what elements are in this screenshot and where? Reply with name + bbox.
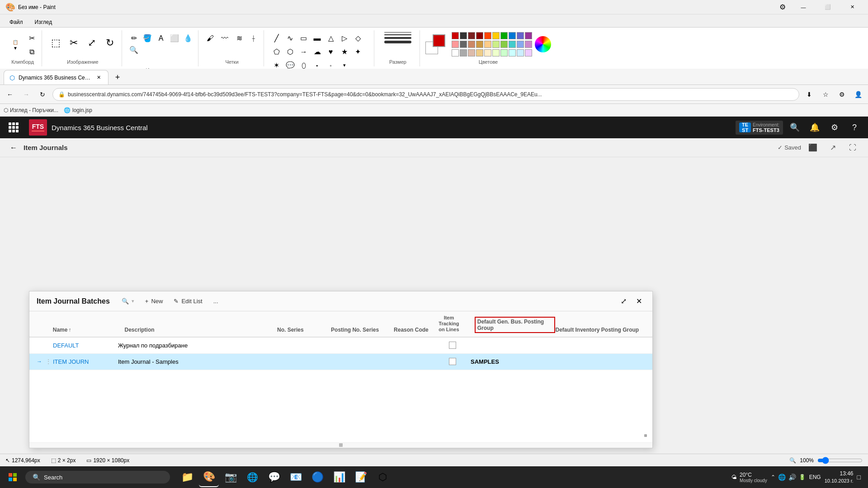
fav-item-2[interactable]: 🌐 login.jsp [64,107,92,113]
color-pale-purple[interactable] [525,49,532,56]
color-white[interactable] [452,49,459,56]
close-button[interactable]: ✕ [842,0,863,14]
resize-button[interactable]: ⤢ [84,32,100,54]
apps-grid-button[interactable] [5,119,22,136]
color-yellow-green[interactable] [500,41,508,48]
col-reason-header[interactable]: Reason Code [394,327,439,333]
copy-button[interactable]: ⧉ [25,46,38,58]
taskbar-app-explorer[interactable]: 📁 [177,467,197,487]
arrow-shape[interactable]: → [297,46,310,58]
color-light-purple[interactable] [525,41,532,48]
new-tab-button[interactable]: + [110,70,125,84]
select-button[interactable]: ⬚ [47,32,64,54]
tab-file[interactable]: Файл [4,17,29,27]
zoom-tool[interactable]: 🔍 [127,44,140,56]
brush-1[interactable]: 🖌 [204,32,217,45]
col-item-track-header[interactable]: ItemTrackingon Lines [439,315,474,333]
network-icon[interactable]: 🌐 [778,474,786,481]
tab-close-button[interactable]: ✕ [94,74,103,82]
color-pale-blue[interactable] [517,49,524,56]
brush-4[interactable]: ⟊ [247,32,260,45]
color-yellow[interactable] [492,32,500,39]
browser-settings-button[interactable]: ⚙ [835,88,848,101]
color-green[interactable] [500,32,508,39]
color-brown-light[interactable] [468,41,475,48]
color-red[interactable] [452,32,459,39]
star-shape[interactable]: ★ [338,46,351,58]
color-light-red[interactable] [452,41,459,48]
text-tool[interactable]: A [155,32,167,45]
heart-shape[interactable]: ♥ [325,46,337,58]
checkbox-item-track-2[interactable] [449,358,456,365]
color-dark[interactable] [460,32,467,39]
maximize-button[interactable]: ⬜ [817,0,838,14]
col-gen-bus-header[interactable]: Default Gen. Bus. Posting Group [475,317,556,333]
color-tan[interactable] [476,41,483,48]
edit-list-toolbar-button[interactable]: ✎ Edit List [169,296,207,306]
color-light-lime[interactable] [492,49,500,56]
rect-shape[interactable]: ▭ [297,32,310,45]
pencil-tool[interactable]: ✏ [127,32,140,45]
color-indigo[interactable] [517,32,524,39]
col-nos-header[interactable]: No. Series [277,327,331,333]
rect2-shape[interactable]: ▬ [311,32,324,45]
cut-button[interactable]: ✂ [25,32,38,45]
taskbar-app-edge[interactable]: 🌐 [242,467,262,487]
crop-button[interactable]: ✂ [66,32,82,54]
color-gray[interactable] [460,41,467,48]
close-dialog-button[interactable]: ✕ [632,295,645,308]
checkbox-item-track-1[interactable] [449,342,456,349]
back-button[interactable]: ← [4,88,16,101]
taskbar-app-outlook[interactable]: 📧 [286,467,306,487]
more-toolbar-button[interactable]: ... [209,296,223,306]
view-toggle-button[interactable]: ⬛ [805,140,821,156]
color-pale-cyan[interactable] [509,49,516,56]
expand-dialog-button[interactable]: ⤢ [617,295,630,308]
color-light-brown[interactable] [468,49,475,56]
size-6px[interactable] [384,41,411,43]
size-4px[interactable] [384,37,411,39]
notification-area-button[interactable]: □ [857,474,861,481]
taskbar-app-chrome[interactable]: 🔵 [307,467,327,487]
taskbar-search[interactable]: 🔍 Search [25,471,170,483]
taskbar-app-word[interactable]: 📝 [351,467,371,487]
col-posting-nos-header[interactable]: Posting No. Series [331,327,394,333]
curve-shape[interactable]: ∿ [284,32,297,45]
table-row-default[interactable]: DEFAULT Журнал по подразбиране [29,338,652,354]
tri-shape[interactable]: △ [325,32,337,45]
color-teal[interactable] [509,41,516,48]
cloud-shape[interactable]: ☁ [311,46,324,58]
color-cream[interactable] [484,49,491,56]
color-wheel[interactable] [535,36,551,52]
star4-shape[interactable]: ✦ [352,46,364,58]
brush-2[interactable]: 〰 [218,32,231,45]
diamond-shape[interactable]: ◇ [352,32,364,45]
hex-shape[interactable]: ⬡ [284,46,297,58]
open-new-button[interactable]: ↗ [825,140,841,156]
col-name-header[interactable]: Name ↑ [53,327,125,333]
color-light-tan[interactable] [476,49,483,56]
notifications-button[interactable]: 🔔 [807,119,823,136]
color-darkred[interactable] [468,32,475,39]
taskbar-app-camera[interactable]: 📷 [221,467,241,487]
color-light-gray[interactable] [460,49,467,56]
brush-3[interactable]: ≋ [233,32,245,45]
expand-button[interactable]: ⛶ [844,140,861,156]
taskbar-app-bc[interactable]: ⬡ [373,467,392,487]
browser-tab-bc[interactable]: ⬡ Dynamics 365 Business Central ✕ [4,70,108,84]
color-blue[interactable] [509,32,516,39]
forward-button[interactable]: → [20,88,33,101]
rotate-button[interactable]: ↻ [102,32,118,54]
size-2px[interactable] [384,34,411,35]
size-1px[interactable] [384,32,411,33]
picker-tool[interactable]: 💧 [182,32,194,45]
taskbar-app-paint[interactable]: 🎨 [199,467,219,487]
settings-gear-button[interactable]: ⚙ [826,119,843,136]
taskbar-app-teams[interactable]: 💬 [264,467,284,487]
line-shape[interactable]: ╱ [270,32,283,45]
table-row-item-journ[interactable]: → ⋮ ITEM JOURN Item Journal - Samples SA… [29,354,652,370]
row-drag-2[interactable]: ⋮ [46,358,53,365]
page-back-button[interactable]: ← [7,141,20,154]
color-purple[interactable] [525,32,532,39]
tab-view[interactable]: Изглед [29,17,58,27]
